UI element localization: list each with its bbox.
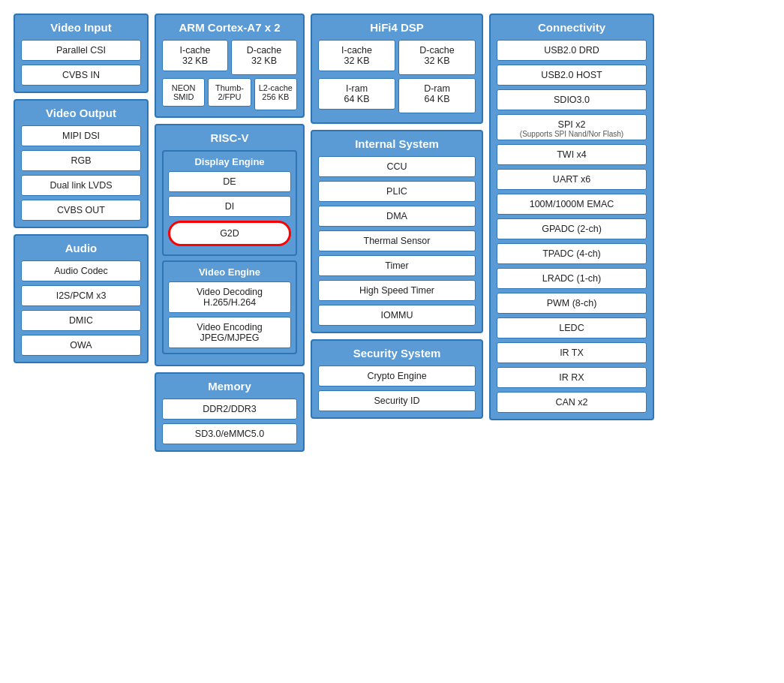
cvbs-in: CVBS IN <box>21 65 141 86</box>
dmic: DMIC <box>21 310 141 331</box>
rgb: RGB <box>21 150 141 171</box>
hifi-dcache: D-cache 32 KB <box>398 40 476 75</box>
plic: PLIC <box>318 181 476 202</box>
arm-thumb: Thumb- 2/FPU <box>208 78 251 107</box>
dma: DMA <box>318 206 476 227</box>
pwm: PWM (8-ch) <box>497 293 647 314</box>
display-engine-title: Display Engine <box>168 156 291 167</box>
arm-cortex-panel: ARM Cortex-A7 x 2 I-cache 32 KB D-cache … <box>155 14 305 118</box>
hifi-ram-grid: I-ram 64 KB D-ram 64 KB <box>318 78 476 113</box>
gpadc: GPADC (2-ch) <box>497 218 647 239</box>
usb2-host: USB2.0 HOST <box>497 65 647 86</box>
owa: OWA <box>21 335 141 356</box>
security-id: Security ID <box>318 390 476 411</box>
hifi-iram: I-ram 64 KB <box>318 78 395 110</box>
arm-cortex-title: ARM Cortex-A7 x 2 <box>162 21 297 34</box>
twi-x4: TWI x4 <box>497 144 647 165</box>
mipi-dsi: MIPI DSI <box>21 125 141 146</box>
i2s-pcm: I2S/PCM x3 <box>21 285 141 306</box>
video-decoding: Video Decoding H.265/H.264 <box>168 281 291 313</box>
cvbs-out: CVBS OUT <box>21 200 141 221</box>
arm-cache-grid: I-cache 32 KB D-cache 32 KB <box>162 40 297 75</box>
arm-icache: I-cache 32 KB <box>162 40 228 71</box>
iommu: IOMMU <box>318 305 476 326</box>
video-output-panel: Video Output MIPI DSI RGB Dual link LVDS… <box>14 99 149 228</box>
hifi-icache: I-cache 32 KB <box>318 40 395 71</box>
uart-x6: UART x6 <box>497 169 647 190</box>
high-speed-timer: High Speed Timer <box>318 280 476 301</box>
g2d-box: G2D <box>168 221 291 246</box>
ledc: LEDC <box>497 317 647 338</box>
arm-neon: NEON SMID <box>162 78 205 107</box>
arm-row2: NEON SMID Thumb- 2/FPU L2-cache 256 KB <box>162 78 297 110</box>
hifi4-panel: HiFi4 DSP I-cache 32 KB D-cache 32 KB I-… <box>311 14 483 124</box>
thermal-sensor: Thermal Sensor <box>318 230 476 251</box>
audio-title: Audio <box>21 242 141 254</box>
connectivity-panel: Connectivity USB2.0 DRD USB2.0 HOST SDIO… <box>489 14 654 420</box>
timer: Timer <box>318 255 476 276</box>
security-system-title: Security System <box>318 347 476 360</box>
parallel-csi: Parallel CSI <box>21 40 141 61</box>
memory-title: Memory <box>162 380 297 393</box>
display-engine-panel: Display Engine DE DI G2D <box>162 150 297 256</box>
hifi4-title: HiFi4 DSP <box>318 21 476 34</box>
ir-rx: IR RX <box>497 367 647 388</box>
emac: 100M/1000M EMAC <box>497 194 647 215</box>
spi-label: SPI x2 <box>500 119 643 130</box>
video-engine-panel: Video Engine Video Decoding H.265/H.264 … <box>162 260 297 354</box>
security-system-panel: Security System Crypto Engine Security I… <box>311 339 483 419</box>
lradc: LRADC (1-ch) <box>497 268 647 289</box>
arm-l2cache: L2-cache 256 KB <box>254 78 297 110</box>
de-box: DE <box>168 171 291 192</box>
main-grid: Video Input Parallel CSI CVBS IN Video O… <box>8 8 776 458</box>
audio-codec: Audio Codec <box>21 260 141 281</box>
memory-panel: Memory DDR2/DDR3 SD3.0/eMMC5.0 <box>155 372 305 452</box>
arm-dcache: D-cache 32 KB <box>231 40 297 75</box>
crypto-engine: Crypto Engine <box>318 366 476 387</box>
riscv-panel: RISC-V Display Engine DE DI G2D Video En… <box>155 124 305 366</box>
video-output-title: Video Output <box>21 107 141 119</box>
ddr: DDR2/DDR3 <box>162 399 297 420</box>
video-input-title: Video Input <box>21 21 141 34</box>
spi-x2: SPI x2 (Supports SPI Nand/Nor Flash) <box>497 114 647 140</box>
hifi-dram: D-ram 64 KB <box>398 78 476 113</box>
sdio3: SDIO3.0 <box>497 89 647 110</box>
spi-note: (Supports SPI Nand/Nor Flash) <box>500 130 643 138</box>
ccu: CCU <box>318 156 476 177</box>
internal-system-panel: Internal System CCU PLIC DMA Thermal Sen… <box>311 130 483 333</box>
di-box: DI <box>168 196 291 217</box>
dual-link-lvds: Dual link LVDS <box>21 175 141 196</box>
video-input-panel: Video Input Parallel CSI CVBS IN <box>14 14 149 93</box>
connectivity-title: Connectivity <box>497 21 647 34</box>
internal-system-title: Internal System <box>318 137 476 150</box>
riscv-title: RISC-V <box>162 131 297 144</box>
video-engine-title: Video Engine <box>168 266 291 278</box>
can-x2: CAN x2 <box>497 392 647 413</box>
video-encoding: Video Encoding JPEG/MJPEG <box>168 317 291 348</box>
audio-panel: Audio Audio Codec I2S/PCM x3 DMIC OWA <box>14 234 149 363</box>
ir-tx: IR TX <box>497 342 647 363</box>
usb2-drd: USB2.0 DRD <box>497 40 647 61</box>
tpadc: TPADC (4-ch) <box>497 243 647 264</box>
hifi-cache-grid: I-cache 32 KB D-cache 32 KB <box>318 40 476 75</box>
sd-emmc: SD3.0/eMMC5.0 <box>162 423 297 444</box>
